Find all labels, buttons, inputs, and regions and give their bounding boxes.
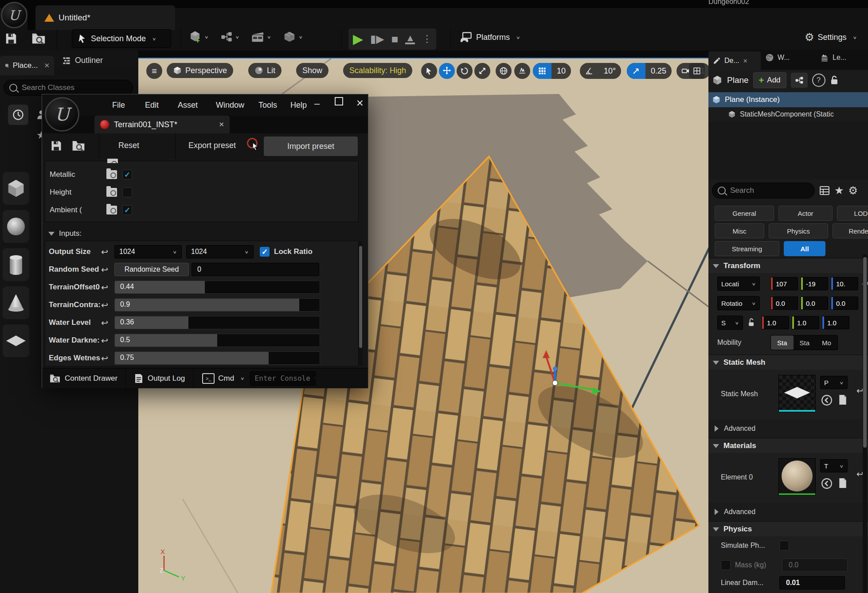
randomize-seed-button[interactable]: Randomize Seed [114,263,189,276]
menu-asset[interactable]: Asset [178,101,198,110]
tab-untitled-level[interactable]: Untitled* [35,5,175,30]
reset-button[interactable]: Reset [118,141,139,150]
content-drawer-button[interactable]: Content Drawer [42,373,117,384]
scale-z-input[interactable]: 1.0 [822,316,849,329]
import-preset-button[interactable]: Import preset [264,137,358,156]
lock-icon[interactable] [830,75,839,86]
lock-ratio-checkbox[interactable] [260,247,270,257]
materials-advanced-toggle[interactable]: Advanced [715,505,755,519]
minimize-icon[interactable]: – [314,98,320,109]
export-preset-button[interactable]: Export preset [188,141,236,150]
show-dropdown[interactable]: Show [296,63,328,78]
location-x-input[interactable]: 107 [770,277,798,290]
mass-input[interactable]: 0.0 [782,558,848,572]
grid-snap-control[interactable]: 10 [533,63,571,79]
scale-dropdown[interactable]: S∨ [717,316,743,330]
reset-icon[interactable]: ↩ [101,300,114,310]
place-cube-button[interactable] [3,172,29,205]
reset-icon[interactable]: ↩ [101,265,114,275]
inputs-section-header[interactable]: Inputs: [48,229,82,238]
play-options-menu[interactable]: ⋮ [422,33,432,45]
lit-dropdown[interactable]: Lit [248,63,282,78]
filter-general[interactable]: General [715,206,774,221]
browse-content-icon[interactable] [31,31,46,46]
save-icon[interactable] [50,140,63,152]
platforms-dropdown[interactable]: Platforms ∨ [459,31,520,43]
material-asset-dropdown[interactable]: T∨ [820,459,848,472]
filter-lod[interactable]: LOD [837,206,868,221]
browse-to-asset-icon[interactable] [821,478,833,489]
waterdarkness-slider[interactable]: 0.5 [114,334,320,347]
menu-file[interactable]: File [112,101,125,110]
angle-snap-control[interactable]: 10° [580,63,621,79]
use-selected-asset-icon[interactable] [838,394,848,406]
filter-actor[interactable]: Actor [778,206,833,221]
staticmesh-section-header[interactable]: Static Mesh [708,355,868,370]
texture-picker-icon[interactable] [106,188,117,197]
package-button[interactable]: ∨ [283,30,303,43]
seed-value-input[interactable]: 0 [192,263,319,276]
place-sphere-button[interactable] [3,210,29,243]
tree-row-plane-instance[interactable]: Plane (Instance) [708,92,868,107]
terrainoffset-slider[interactable]: 0.44 [114,281,320,294]
output-log-button[interactable]: Output Log [126,373,185,384]
scale-snap-control[interactable]: 0.25 [627,63,672,79]
settings-dropdown[interactable]: ⚙ Settings ∨ [805,31,857,43]
unlock-icon[interactable] [747,318,755,327]
param-checkbox[interactable] [122,205,132,215]
unreal-logo[interactable]: U [1,2,27,28]
move-tool-button[interactable] [439,63,455,79]
eject-button[interactable]: ▲ [405,34,415,44]
physics-section-header[interactable]: Physics [708,521,868,537]
angle-snap-value[interactable]: 10° [598,66,621,76]
search-classes-input[interactable]: Search Classes [4,80,133,96]
frame-skip-button[interactable]: ▮▶ [370,33,384,45]
tab-world-settings[interactable]: W... [765,53,790,62]
tab-terrain-inst[interactable]: Terrain001_INST* ✕ [94,116,230,133]
mass-override-checkbox[interactable] [721,560,731,570]
linear-damping-input[interactable]: 0.01 [779,576,845,589]
staticmesh-asset-dropdown[interactable]: P∨ [820,376,848,389]
reset-icon[interactable]: ↩ [101,336,114,346]
waterlevel-slider[interactable]: 0.36 [114,316,320,329]
blueprint-edit-button[interactable] [791,73,808,88]
menu-window[interactable]: Window [216,101,244,110]
reset-icon[interactable]: ↩ [101,318,114,328]
browse-to-asset-icon[interactable] [821,394,833,406]
material-thumbnail[interactable] [778,458,816,495]
param-checkbox[interactable] [122,170,132,179]
maximize-icon[interactable] [335,97,343,105]
place-cylinder-button[interactable] [3,248,29,281]
rotate-tool-button[interactable] [457,63,473,79]
location-y-input[interactable]: -19 [801,277,828,290]
reset-icon[interactable]: ↩ [101,282,114,293]
grid-snap-icon[interactable] [533,63,551,79]
rotation-dropdown[interactable]: Rotatio∨ [717,296,760,310]
reset-icon[interactable]: ↩ [101,247,114,257]
terraincontrast-slider[interactable]: 0.9 [114,298,320,312]
params-scrollbar[interactable] [359,241,363,366]
close-icon[interactable]: ✕ [219,121,224,129]
save-icon[interactable] [4,32,18,45]
select-tool-button[interactable] [421,63,437,79]
tree-row-staticmesh-component[interactable]: StaticMeshComponent (Static [708,107,868,121]
simulate-checkbox[interactable] [779,541,789,550]
add-component-button[interactable]: + Add [753,72,786,88]
menu-tools[interactable]: Tools [258,101,277,110]
tab-levels[interactable]: Le... [820,53,846,62]
menu-edit[interactable]: Edit [145,101,159,110]
world-local-toggle[interactable] [496,63,512,79]
filter-all[interactable]: All [784,241,825,256]
angle-snap-icon[interactable] [580,63,598,79]
staticmesh-advanced-toggle[interactable]: Advanced [715,422,755,435]
filter-streaming[interactable]: Streaming [715,241,779,256]
rotation-x-input[interactable]: 0.0 [770,296,798,310]
transform-section-header[interactable]: Transform [708,258,868,273]
close-icon[interactable]: ✕ [44,62,50,70]
texture-picker-icon[interactable] [106,170,117,179]
location-dropdown[interactable]: Locati∨ [717,277,760,291]
tab-outliner[interactable]: Outliner [62,56,103,65]
selection-mode-dropdown[interactable]: Selection Mode ∨ [72,29,171,48]
edgeswetness-slider[interactable]: 0.75 [114,351,320,365]
rotation-z-input[interactable]: 0.0 [831,296,858,310]
